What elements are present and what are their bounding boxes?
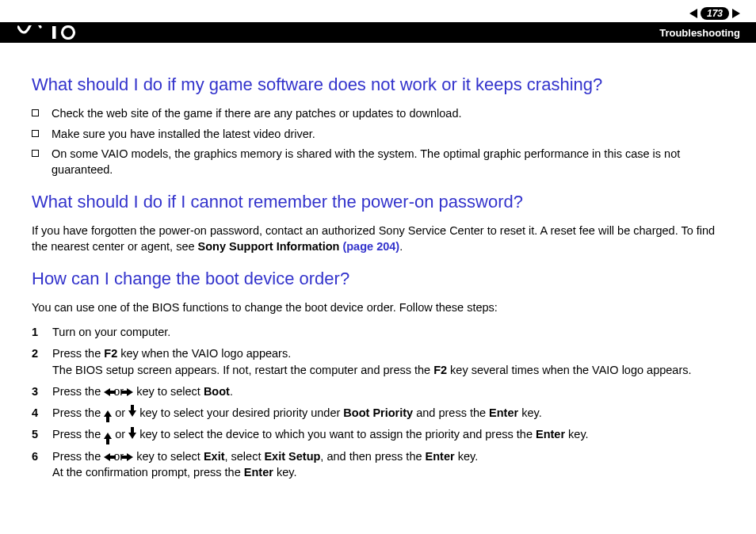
step-number: 1	[32, 324, 52, 340]
step-5: 5 Press the or key to select the device …	[32, 426, 724, 442]
boot-intro: You can use one of the BIOS functions to…	[32, 300, 724, 316]
support-info-bold: Sony Support Information	[198, 240, 343, 253]
enter-key: Enter	[244, 466, 273, 479]
list-item: Make sure you have installed the latest …	[32, 127, 724, 143]
step-4: 4 Press the or key to select your desire…	[32, 405, 724, 421]
svg-point-1	[63, 27, 74, 39]
heading-password: What should I do if I cannot remember th…	[32, 192, 724, 212]
step-3: 3 Press the or key to select Boot.	[32, 383, 724, 399]
bullet-text: Make sure you have installed the latest …	[52, 127, 315, 143]
list-item: Check the web site of the game if there …	[32, 106, 724, 122]
bullet-text: Check the web site of the game if there …	[52, 106, 461, 122]
step-text: Press the or key to select Boot.	[52, 383, 724, 399]
password-paragraph: If you have forgotten the power-on passw…	[32, 223, 724, 254]
square-bullet-icon	[32, 109, 39, 116]
square-bullet-icon	[32, 150, 39, 157]
para-end: .	[399, 240, 403, 253]
exit-label: Exit	[204, 450, 225, 463]
enter-key: Enter	[489, 406, 518, 419]
list-item: On some VAIO models, the graphics memory…	[32, 147, 724, 177]
step-number: 4	[32, 405, 52, 421]
exit-setup-label: Exit Setup	[264, 450, 320, 463]
step-2: 2 Press the F2 key when the VAIO logo ap…	[32, 345, 724, 378]
step-1: 1 Turn on your computer.	[32, 324, 724, 340]
bullet-text: On some VAIO models, the graphics memory…	[52, 147, 724, 177]
arrow-down-icon	[128, 410, 136, 417]
step-number: 2	[32, 345, 52, 361]
step-text: Press the or key to select Exit, select …	[52, 448, 724, 481]
heading-game-crash: What should I do if my game software doe…	[32, 74, 724, 95]
section-label: Troubleshooting	[659, 27, 740, 39]
page-number-badge: 173	[701, 7, 729, 20]
f2-key: F2	[433, 364, 447, 376]
step-number: 6	[32, 448, 52, 464]
heading-boot-order: How can I change the boot device order?	[32, 269, 724, 289]
f2-key: F2	[104, 347, 117, 360]
step-text: Press the F2 key when the VAIO logo appe…	[52, 345, 724, 378]
steps-list: 1 Turn on your computer. 2 Press the F2 …	[32, 324, 724, 480]
arrow-up-icon	[104, 433, 112, 439]
step-number: 3	[32, 383, 52, 399]
arrow-left-icon	[104, 453, 110, 461]
page-content: What should I do if my game software doe…	[0, 43, 756, 480]
bullet-list-game: Check the web site of the game if there …	[32, 106, 724, 177]
next-page-icon[interactable]	[732, 9, 740, 18]
page-header: 173 Troubleshooting	[0, 0, 756, 43]
step-6: 6 Press the or key to select Exit, selec…	[32, 448, 724, 481]
page-nav: 173	[0, 6, 756, 21]
arrow-right-icon	[127, 388, 133, 396]
boot-priority-label: Boot Priority	[343, 406, 413, 419]
step-text: Press the or key to select your desired …	[52, 405, 724, 421]
arrow-up-icon	[104, 410, 112, 417]
enter-key: Enter	[426, 450, 455, 463]
enter-key: Enter	[536, 428, 565, 441]
svg-rect-0	[52, 26, 56, 39]
square-bullet-icon	[32, 130, 39, 137]
step-number: 5	[32, 426, 52, 442]
step-text: Turn on your computer.	[52, 324, 724, 340]
page-link[interactable]: (page 204)	[342, 240, 399, 253]
boot-label: Boot	[204, 385, 230, 398]
vaio-logo	[17, 25, 89, 40]
prev-page-icon[interactable]	[689, 9, 697, 18]
step-text: Press the or key to select the device to…	[52, 426, 724, 442]
arrow-left-icon	[104, 388, 110, 396]
arrow-down-icon	[128, 433, 136, 439]
title-bar: Troubleshooting	[0, 22, 756, 43]
arrow-right-icon	[127, 453, 133, 461]
